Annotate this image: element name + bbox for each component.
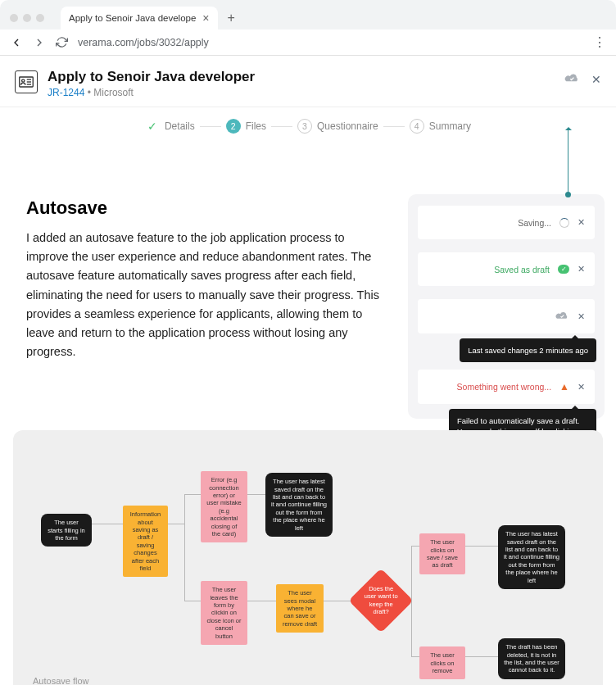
flow-node-deleted: The draft has been deleted, it is not in… (498, 638, 565, 679)
close-icon[interactable]: ✕ (578, 311, 585, 322)
notification-popover: Saving... ✕ Saved as draft ✓ ✕ ✕ Last sa… (408, 194, 605, 419)
popover-indicator-line (568, 129, 568, 194)
forward-button[interactable] (33, 36, 46, 49)
job-reference[interactable]: JR-1244 (48, 87, 84, 98)
step-questionnaire[interactable]: 3 Questionnaire (297, 119, 378, 134)
flow-node-modal: The user sees modal where he can save or… (276, 584, 324, 633)
flow-node-leaves: The user leaves the form by clickin on c… (201, 581, 247, 645)
step-details[interactable]: ✓ Details (145, 119, 195, 134)
window-close[interactable] (10, 14, 18, 22)
window-controls[interactable] (10, 14, 44, 22)
flow-node-click-save: The user clicks on save / save as draft (419, 533, 465, 574)
browser-chrome: Apply to Senoir Java develope × + verama… (0, 0, 616, 56)
cloud-icon (555, 311, 569, 322)
tab-title: Apply to Senoir Java develope (69, 13, 196, 23)
window-minimize[interactable] (23, 14, 31, 22)
flow-caption: Autosave flow (33, 676, 88, 685)
page-title: Apply to Senoir Java developer (48, 69, 255, 85)
progress-stepper: ✓ Details 2 Files 3 Questionnaire 4 Summ… (0, 107, 616, 150)
job-icon (15, 70, 38, 93)
back-button[interactable] (10, 36, 23, 49)
page-title-block: Apply to Senoir Java developer JR-1244 •… (48, 69, 255, 98)
flow-diagram-panel: The user starts filling in the form Info… (13, 430, 603, 685)
browser-tab-bar: Apply to Senoir Java develope × + (0, 0, 616, 29)
url-text[interactable]: verama.com/jobs/3032/apply (78, 37, 583, 48)
page-header: Apply to Senoir Java developer JR-1244 •… (0, 56, 616, 107)
section-paragraph: I added an autosave feature to the job a… (26, 229, 387, 361)
reload-button[interactable] (56, 36, 68, 48)
warning-icon: ▲ (559, 381, 569, 392)
flow-canvas: The user starts filling in the form Info… (33, 460, 583, 673)
flow-node-info: Information about saving as draft / savi… (123, 506, 168, 577)
close-icon[interactable]: ✕ (578, 382, 585, 392)
check-icon: ✓ (558, 265, 569, 274)
header-actions: ✕ (564, 72, 601, 87)
flow-node-decision: Does the user want to keep the draft? (348, 569, 413, 633)
tooltip-last-saved: Last saved changes 2 minutes ago (460, 338, 596, 362)
company-name: Microsoft (93, 87, 134, 98)
check-icon: ✓ (145, 119, 160, 134)
spinner-icon (559, 218, 569, 228)
browser-menu-icon[interactable]: ⋮ (593, 34, 606, 50)
cloud-saved-icon[interactable] (564, 72, 580, 87)
new-tab-button[interactable]: + (221, 7, 242, 29)
notification-cloud: ✕ Last saved changes 2 minutes ago (418, 299, 595, 333)
close-icon[interactable]: ✕ (591, 73, 601, 86)
window-maximize[interactable] (36, 14, 44, 22)
flow-node-latest1: The user has latest saved draft on the l… (265, 473, 333, 537)
notification-saved: Saved as draft ✓ ✕ (418, 252, 595, 286)
flow-node-latest2: The user has latest saved draft on the l… (498, 525, 565, 589)
content-area: Autosave I added an autosave feature to … (0, 197, 616, 430)
address-bar: verama.com/jobs/3032/apply ⋮ (0, 29, 616, 56)
flow-node-error: Error (e.g connection error) or user mis… (201, 471, 247, 542)
tab-close-icon[interactable]: × (202, 12, 209, 24)
flow-node-start: The user starts filling in the form (41, 514, 92, 547)
page-subtitle: JR-1244 • Microsoft (48, 87, 255, 98)
browser-tab-active[interactable]: Apply to Senoir Java develope × (61, 7, 218, 29)
close-icon[interactable]: ✕ (578, 264, 585, 274)
svg-point-1 (22, 79, 25, 82)
close-icon[interactable]: ✕ (578, 217, 585, 228)
step-files[interactable]: 2 Files (226, 119, 266, 134)
flow-node-click-remove: The user clicks on remove (419, 646, 465, 679)
step-summary[interactable]: 4 Summary (410, 119, 471, 134)
notification-error: Something went wrong... ▲ ✕ Failed to au… (418, 370, 595, 404)
notification-saving: Saving... ✕ (418, 206, 595, 239)
